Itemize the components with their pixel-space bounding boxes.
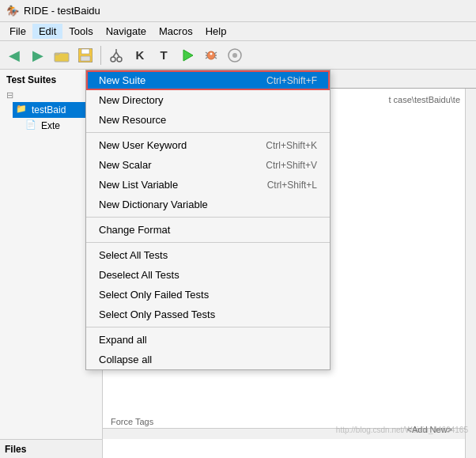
svg-point-11	[210, 52, 213, 55]
cut-button[interactable]	[105, 44, 127, 66]
svg-line-17	[214, 57, 217, 59]
menu-new-scalar[interactable]: New Scalar Ctrl+Shift+V	[86, 155, 330, 175]
svg-line-16	[206, 57, 208, 59]
menu-collapse-all-label: Collapse all	[99, 354, 152, 365]
watermark: http://blog.csdn.net/Weixin_44694165	[336, 426, 468, 434]
svg-line-12	[206, 52, 208, 54]
svg-point-19	[232, 53, 237, 58]
svg-line-6	[113, 52, 116, 57]
menu-tools[interactable]: Tools	[62, 24, 99, 39]
sep3	[86, 242, 330, 243]
menu-new-scalar-shortcut: Ctrl+Shift+V	[266, 160, 317, 171]
menu-deselect-all-tests[interactable]: Deselect All Tests	[86, 265, 330, 285]
keyword-icon: K	[136, 48, 145, 62]
files-panel: Files	[0, 439, 103, 458]
tree-item-root: ⊟	[3, 89, 99, 102]
menu-expand-all[interactable]: Expand all	[86, 330, 330, 350]
force-tags-label: Force Tags	[111, 417, 153, 426]
open-button[interactable]	[51, 44, 73, 66]
menu-new-user-keyword[interactable]: New User Keyword Ctrl+Shift+K	[86, 135, 330, 155]
text-button[interactable]: T	[153, 44, 175, 66]
tree-item-label2: Exte	[41, 120, 60, 131]
edit-dropdown-menu: New Suite Ctrl+Shift+F New Directory New…	[85, 70, 331, 370]
menu-select-all-tests[interactable]: Select All Tests	[86, 245, 330, 265]
menu-new-user-keyword-label: New User Keyword	[99, 139, 187, 151]
menu-new-user-keyword-shortcut: Ctrl+Shift+K	[266, 140, 317, 151]
svg-point-4	[111, 57, 115, 62]
menu-select-only-passed-label: Select Only Passed Tests	[99, 308, 215, 320]
sep2	[86, 217, 330, 218]
path-area: t case\testBaidu\te	[389, 95, 461, 104]
toolbar: ◀ ▶ K T	[0, 41, 476, 70]
menu-collapse-all[interactable]: Collapse all	[86, 350, 330, 369]
menu-new-suite-label: New Suite	[99, 74, 145, 86]
menu-new-suite-shortcut: Ctrl+Shift+F	[266, 75, 317, 86]
menu-select-only-failed[interactable]: Select Only Failed Tests	[86, 285, 330, 305]
menu-navigate[interactable]: Navigate	[100, 24, 153, 39]
menu-help[interactable]: Help	[199, 24, 233, 39]
svg-point-5	[117, 57, 122, 62]
menu-select-only-passed[interactable]: Select Only Passed Tests	[86, 305, 330, 324]
menu-new-scalar-label: New Scalar	[99, 159, 151, 171]
menu-new-dict-variable-label: New Dictionary Variable	[99, 199, 208, 210]
svg-line-13	[214, 52, 217, 54]
menu-file[interactable]: File	[3, 24, 32, 39]
run-button[interactable]	[176, 44, 198, 66]
window-title: RIDE - testBaidu	[24, 5, 100, 17]
scrollbar-v[interactable]	[465, 89, 476, 458]
title-bar: 🏇 RIDE - testBaidu	[0, 0, 476, 22]
menu-edit[interactable]: Edit	[32, 24, 62, 39]
expand-icon[interactable]: ⊟	[6, 90, 13, 100]
path-text: t case\testBaidu\te	[389, 95, 461, 104]
svg-rect-3	[81, 56, 90, 61]
force-tags-area: Force Tags	[111, 417, 153, 426]
menu-new-directory-label: New Directory	[99, 94, 164, 106]
app-icon: 🏇	[6, 5, 19, 17]
menu-new-resource-label: New Resource	[99, 114, 166, 126]
svg-marker-9	[183, 50, 193, 61]
menu-change-format[interactable]: Change Format	[86, 220, 330, 240]
stop-button[interactable]	[224, 44, 246, 66]
keyword-button[interactable]: K	[129, 44, 151, 66]
file-icon: 📄	[25, 119, 38, 132]
menu-new-list-variable-label: New List Variable	[99, 179, 178, 191]
save-button[interactable]	[74, 44, 96, 66]
menu-deselect-all-tests-label: Deselect All Tests	[99, 269, 179, 281]
menu-new-dict-variable[interactable]: New Dictionary Variable	[86, 195, 330, 214]
menu-expand-all-label: Expand all	[99, 334, 147, 346]
menu-new-resource[interactable]: New Resource	[86, 110, 330, 130]
tree-item-label: testBaid	[32, 104, 66, 115]
files-label: Files	[5, 444, 26, 455]
svg-rect-2	[81, 49, 89, 54]
menu-new-directory[interactable]: New Directory	[86, 90, 330, 110]
menu-macros[interactable]: Macros	[153, 24, 199, 39]
back-button[interactable]: ◀	[3, 44, 25, 66]
menu-select-all-tests-label: Select All Tests	[99, 249, 168, 261]
menu-new-list-variable-shortcut: Ctrl+Shift+L	[267, 180, 317, 191]
menu-bar: File Edit Tools Navigate Macros Help	[0, 22, 476, 41]
sep4	[86, 327, 330, 327]
folder-icon: 📁	[16, 104, 28, 116]
sep1	[86, 132, 330, 133]
toolbar-sep1	[100, 46, 101, 65]
menu-change-format-label: Change Format	[99, 224, 170, 236]
debug-button[interactable]	[200, 44, 222, 66]
menu-select-only-failed-label: Select Only Failed Tests	[99, 289, 209, 301]
panel-header: Test Suites	[3, 73, 99, 89]
menu-new-list-variable[interactable]: New List Variable Ctrl+Shift+L	[86, 175, 330, 195]
forward-button[interactable]: ▶	[27, 44, 49, 66]
text-icon: T	[160, 48, 167, 62]
menu-new-suite[interactable]: New Suite Ctrl+Shift+F	[86, 70, 330, 90]
svg-line-7	[116, 52, 119, 57]
